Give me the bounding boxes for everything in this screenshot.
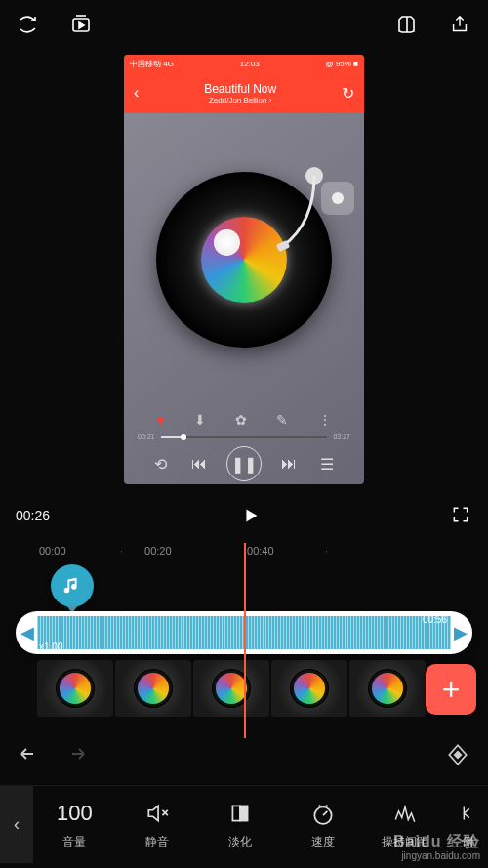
ruler-tick: 00:00	[39, 545, 142, 557]
video-thumb[interactable]	[115, 660, 191, 717]
phone-status-bar: 中国移动 4G 12:03 @ 95% ■	[124, 55, 364, 72]
add-clip-button[interactable]: +	[426, 664, 476, 715]
phone-progress: 00:21 03:27	[124, 428, 364, 446]
mute-icon	[144, 799, 170, 828]
phone-preview[interactable]: 中国移动 4G 12:03 @ 95% ■ ‹ Beautiful Now Ze…	[124, 55, 364, 484]
bottom-toolbar: ‹ 100 音量 静音 淡化 速度 操持间距 倒	[0, 785, 488, 863]
clip-speed: x1.00	[39, 641, 62, 652]
prev-track-icon: ⏮	[187, 452, 211, 475]
tool-adjust[interactable]: 操持间距	[364, 786, 447, 863]
back-icon: ‹	[134, 84, 139, 102]
volume-value: 100	[57, 801, 93, 826]
music-marker[interactable]	[51, 564, 94, 607]
comment-icon: ✎	[276, 412, 288, 428]
playlist-icon: ☰	[315, 452, 339, 475]
album-art	[201, 217, 287, 303]
pause-icon: ❚❚	[226, 446, 262, 481]
video-thumb[interactable]	[349, 660, 426, 717]
heart-icon: ♥	[156, 412, 164, 428]
top-toolbar	[0, 0, 488, 49]
vinyl-disc	[156, 172, 332, 348]
playback-time: 00:26	[16, 508, 50, 523]
next-track-icon: ⏭	[277, 452, 301, 475]
phone-action-row: ♥ ⬇ ✿ ✎ ⋮	[124, 412, 364, 428]
adjust-icon	[392, 799, 418, 828]
play-button[interactable]	[237, 502, 264, 529]
phone-playback-controls: ⟲ ⏮ ❚❚ ⏭ ☰	[124, 446, 364, 484]
fade-icon	[227, 799, 253, 828]
tool-mute[interactable]: 静音	[116, 786, 199, 863]
speed-icon	[310, 799, 336, 828]
refresh-icon: ↻	[342, 84, 354, 103]
tool-label: 速度	[311, 834, 335, 850]
tool-volume[interactable]: 100 音量	[33, 786, 116, 863]
progress-current: 00:21	[138, 434, 155, 440]
ruler-tick: 00:20	[142, 545, 244, 557]
svg-point-1	[305, 167, 323, 185]
video-thumb[interactable]	[193, 660, 269, 717]
svg-rect-4	[240, 806, 248, 820]
phone-body	[124, 113, 364, 406]
tool-label: 倒	[462, 834, 473, 850]
play-box-icon[interactable]	[68, 12, 94, 37]
download-icon: ⬇	[194, 412, 206, 428]
battery-label: @ 95% ■	[326, 60, 358, 68]
video-thumb[interactable]	[37, 660, 113, 717]
song-title: Beautiful Now	[204, 82, 276, 96]
effect-icon: ✿	[235, 412, 247, 428]
playhead[interactable]	[244, 543, 246, 738]
timeline[interactable]: 00:00 00:20 00:40 ◀ ▶ 00:56 x1.00 +	[0, 543, 488, 724]
nav-icon[interactable]	[16, 12, 41, 37]
repeat-icon: ⟲	[149, 452, 173, 475]
phone-header: ‹ Beautiful Now Zedd/Jon Bellion › ↻	[124, 72, 364, 113]
tool-speed[interactable]: 速度	[281, 786, 364, 863]
redo-button	[62, 745, 88, 768]
tool-label: 操持间距	[382, 834, 428, 850]
card-stack-icon[interactable]	[394, 12, 420, 37]
keyframe-icon[interactable]	[445, 742, 470, 771]
reverse-icon	[457, 799, 478, 828]
playback-row: 00:26	[0, 494, 488, 543]
clock-label: 12:03	[240, 60, 260, 68]
carrier-label: 中国移动 4G	[130, 59, 174, 69]
clip-handle-left[interactable]: ◀	[20, 622, 35, 643]
more-icon: ⋮	[318, 412, 332, 428]
ruler-tick: 00:40	[244, 545, 346, 557]
progress-bar	[161, 436, 328, 438]
record-badge	[321, 182, 354, 215]
svg-rect-3	[232, 806, 240, 820]
tool-fade[interactable]: 淡化	[198, 786, 281, 863]
song-artist: Zedd/Jon Bellion ›	[204, 96, 276, 104]
tool-reverse[interactable]: 倒	[447, 786, 488, 863]
clip-duration: 00:56	[423, 614, 447, 625]
share-icon[interactable]	[447, 12, 472, 37]
ruler-tick	[346, 545, 449, 557]
progress-total: 03:27	[333, 434, 350, 440]
undo-button[interactable]	[18, 745, 43, 768]
clip-handle-right[interactable]: ▶	[453, 622, 468, 643]
tool-label: 淡化	[228, 834, 252, 850]
tool-label: 静音	[145, 834, 169, 850]
video-thumb[interactable]	[271, 660, 347, 717]
tool-label: 音量	[62, 834, 86, 850]
collapse-button[interactable]: ‹	[0, 786, 33, 863]
fullscreen-icon[interactable]	[451, 505, 472, 526]
preview-area: 中国移动 4G 12:03 @ 95% ■ ‹ Beautiful Now Ze…	[0, 49, 488, 494]
